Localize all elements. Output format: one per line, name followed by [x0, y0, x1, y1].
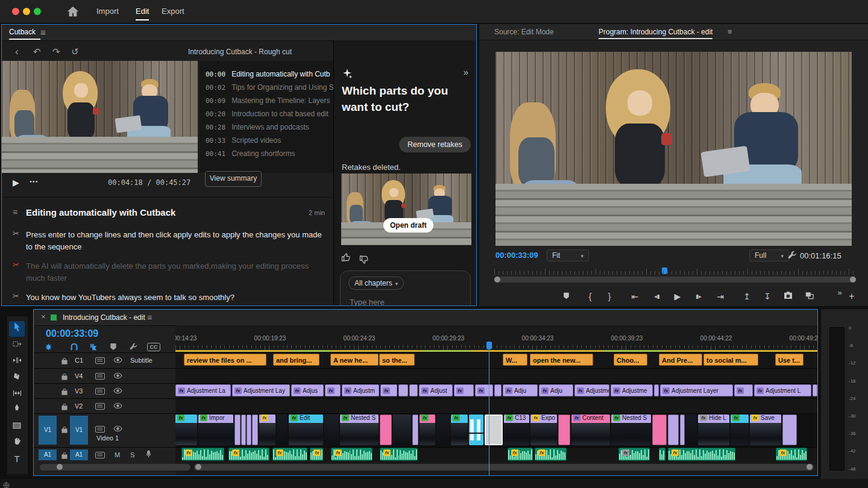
adjustment-layer-clip[interactable]: fxAdjust — [419, 384, 453, 396]
video-clip[interactable] — [277, 414, 288, 445]
chapter-item[interactable]: 00:33Scripted videos — [206, 136, 281, 148]
video-clip[interactable] — [380, 414, 392, 445]
audio-clip[interactable]: fx — [310, 448, 323, 461]
video-clip[interactable]: fxExpo — [530, 414, 557, 445]
chapter-item[interactable]: 00:00Editing automatically with Cutb — [206, 70, 330, 82]
adjustment-layer-clip[interactable]: fxAdju — [503, 384, 538, 396]
video-clip[interactable] — [393, 414, 411, 445]
adjustment-layer-clip[interactable]: fx — [325, 384, 341, 396]
hand-tool[interactable] — [9, 435, 25, 451]
video-clip[interactable]: fxHide L — [698, 414, 729, 445]
video-clip[interactable]: fx — [731, 414, 749, 445]
video-clip[interactable]: fx — [259, 414, 275, 445]
timeline-panel-menu-icon[interactable]: ≡ — [147, 313, 152, 322]
target-patch-v1[interactable]: V1 — [70, 416, 88, 445]
step-back-button[interactable]: ◂▮ — [650, 289, 664, 304]
program-current-timecode[interactable]: 00:00:33:09 — [495, 251, 538, 260]
go-to-in-button[interactable]: ⇤ — [627, 289, 642, 304]
video-clip[interactable] — [668, 414, 679, 445]
mark-in-button[interactable]: { — [583, 289, 597, 304]
audio-clip[interactable]: fx — [776, 448, 807, 461]
ripple-edit-tool[interactable] — [9, 354, 25, 369]
subtitle-clip[interactable]: and bring... — [273, 354, 319, 366]
target-patch-a1[interactable]: A1 — [70, 449, 88, 460]
track-targeting-icon[interactable] — [95, 403, 105, 410]
adjustment-layer-clip[interactable]: fxAdjustment La — [175, 384, 231, 396]
play-button[interactable]: ▶ — [13, 178, 19, 187]
subtitle-clip[interactable]: Use t... — [775, 354, 804, 366]
add-marker-button[interactable] — [559, 289, 573, 304]
adjustment-layer-clip[interactable]: fxAdjustment Layer — [660, 384, 733, 396]
video-clip[interactable] — [234, 414, 241, 445]
adjustment-layer-clip[interactable]: fx — [734, 384, 753, 396]
tab-program[interactable]: Program: Introducing Cutback - edit — [599, 28, 712, 36]
undo-button[interactable]: ↶ — [33, 47, 41, 56]
play-button[interactable]: ▶ — [670, 289, 685, 304]
track-select-forward-tool[interactable] — [9, 337, 25, 353]
extract-button[interactable]: ↧ — [760, 289, 775, 304]
adjustment-layer-clip[interactable]: fxAdjustment L — [574, 384, 609, 396]
adjustment-layer-clip[interactable] — [654, 384, 659, 396]
menu-tab-edit[interactable]: Edit — [136, 7, 149, 16]
adjustment-layer-clip[interactable]: fx — [380, 384, 397, 396]
section-drag-handle-icon[interactable]: ≡ — [13, 207, 17, 217]
solo-button[interactable]: S — [130, 451, 134, 458]
audio-clip[interactable]: fx — [668, 448, 735, 461]
program-mini-timeline[interactable] — [494, 266, 856, 275]
track-lane-v4[interactable] — [175, 368, 817, 383]
video-clip[interactable] — [652, 414, 667, 445]
audio-clip[interactable]: fx — [535, 448, 567, 461]
track-targeting-icon[interactable] — [95, 426, 105, 433]
video-clip[interactable]: fxC13 — [504, 414, 529, 445]
menu-tab-import[interactable]: Import — [96, 7, 119, 16]
video-clip[interactable]: fxSave — [750, 414, 781, 445]
zoom-level-dropdown[interactable]: Fit▾ — [547, 249, 589, 261]
timeline-playhead[interactable] — [489, 342, 489, 476]
lock-icon[interactable] — [61, 372, 68, 383]
video-clip[interactable] — [469, 414, 483, 445]
chapter-item[interactable]: 00:02Tips for Organizing and Using S — [206, 83, 333, 95]
video-clip[interactable] — [412, 414, 418, 445]
mute-button[interactable]: M — [115, 451, 120, 458]
lock-icon[interactable] — [61, 356, 68, 367]
panel-menu-icon[interactable]: ≡ — [40, 28, 46, 37]
video-clip[interactable]: fx — [175, 414, 197, 445]
export-frame-button[interactable] — [781, 289, 795, 304]
source-patch-a1[interactable]: A1 — [39, 449, 57, 460]
subtitle-clip[interactable]: open the new... — [530, 354, 593, 366]
adjustment-layer-clip[interactable]: fxAdjustme — [611, 384, 653, 396]
adjustment-layer-clip[interactable] — [409, 384, 418, 396]
timeline-scrollbar[interactable] — [194, 464, 814, 471]
video-clip[interactable]: fxContent — [571, 414, 610, 445]
audio-clip[interactable]: fx — [508, 448, 533, 461]
header-zoom-scrollbar[interactable] — [40, 464, 190, 471]
monitor-settings-wrench-icon[interactable] — [788, 251, 797, 260]
window-close-button[interactable] — [12, 8, 19, 15]
thumbs-up-icon[interactable] — [341, 254, 351, 264]
mark-out-button[interactable]: } — [602, 289, 617, 304]
video-clip[interactable]: fxImpor — [198, 414, 233, 445]
go-to-out-button[interactable]: ⇥ — [713, 289, 728, 304]
sequence-tab[interactable]: Introducing Cutback - edit — [63, 313, 145, 322]
toggle-track-visibility-icon[interactable] — [113, 424, 122, 434]
selection-tool[interactable] — [9, 321, 25, 337]
toggle-track-visibility-icon[interactable] — [113, 355, 122, 366]
video-clip[interactable]: fx — [420, 414, 435, 445]
lock-icon[interactable] — [61, 402, 68, 413]
thumbs-down-icon[interactable] — [359, 252, 369, 264]
lock-icon[interactable] — [61, 451, 68, 461]
subtitle-clip[interactable]: W... — [503, 354, 527, 366]
video-clip[interactable] — [324, 414, 339, 445]
more-options-icon[interactable]: ••• — [30, 178, 39, 185]
adjustment-layer-clip[interactable] — [494, 384, 502, 396]
program-scrollbar[interactable] — [494, 277, 856, 283]
adjustment-layer-clip[interactable]: fxAdjustm — [342, 384, 379, 396]
subtitle-clip[interactable]: A new he... — [330, 354, 379, 366]
step-forward-button[interactable]: ▮▸ — [691, 289, 706, 304]
audio-clip[interactable]: fx — [228, 448, 269, 461]
chapter-item[interactable]: 00:41Creating shortforms — [206, 149, 295, 161]
video-clip[interactable] — [252, 414, 258, 445]
video-clip[interactable] — [241, 414, 246, 445]
adjustment-layer-clip[interactable]: fxAdjustment Lay — [232, 384, 290, 396]
slip-tool[interactable] — [9, 386, 25, 402]
